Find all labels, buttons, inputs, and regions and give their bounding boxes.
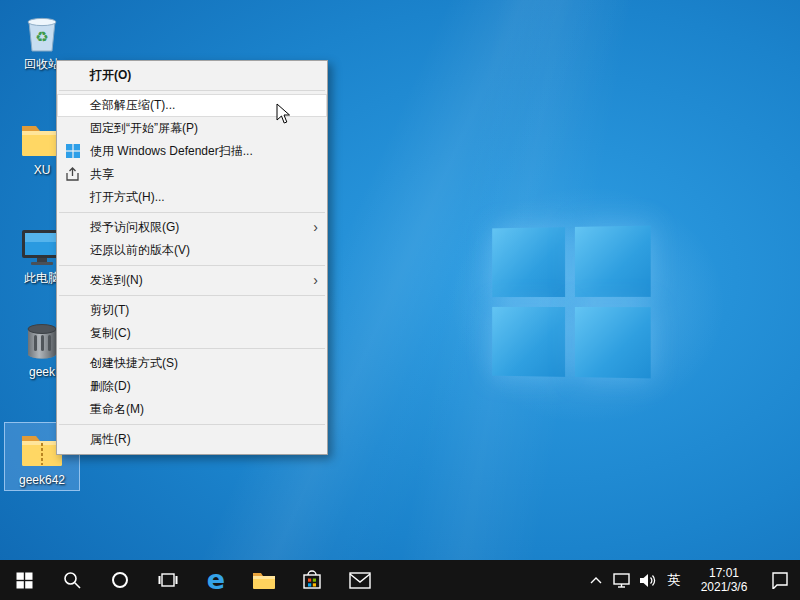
task-view-button[interactable] [144,560,192,600]
file-explorer-button[interactable] [240,560,288,600]
windows-logo-pane [492,227,565,297]
menu-item-label: 剪切(T) [90,303,129,317]
search-button[interactable] [48,560,96,600]
menu-item-label: 创建快捷方式(S) [90,356,178,370]
arrow-cursor-icon [276,103,292,125]
menu-item-give-access[interactable]: 授予访问权限(G) › [57,216,327,239]
menu-item-label: 删除(D) [90,379,131,393]
clock-date: 2021/3/6 [701,580,748,594]
menu-item-create-shortcut[interactable]: 创建快捷方式(S) [57,352,327,375]
menu-item-label: 固定到“开始”屏幕(P) [90,121,198,135]
network-icon [613,573,630,588]
submenu-arrow-icon: › [313,269,318,292]
mouse-cursor [276,103,292,129]
menu-separator [59,212,325,213]
store-button[interactable] [288,560,336,600]
task-view-icon [158,572,178,588]
menu-item-copy[interactable]: 复制(C) [57,322,327,345]
menu-item-open-with[interactable]: 打开方式(H)... [57,186,327,209]
network-tray-button[interactable] [608,560,634,600]
ime-language-indicator[interactable]: 英 [660,560,688,600]
clock[interactable]: 17:01 2021/3/6 [688,560,760,600]
cortana-button[interactable] [96,560,144,600]
share-icon [65,166,81,182]
search-icon [62,570,82,590]
menu-separator [59,90,325,91]
defender-icon [65,143,81,159]
show-hidden-icons-button[interactable] [584,560,608,600]
volume-tray-button[interactable] [634,560,660,600]
windows-logo-pane [492,307,565,377]
edge-icon: e [207,560,225,600]
recycle-bin-icon: ♻ [18,9,66,55]
start-button[interactable] [0,560,48,600]
action-center-button[interactable] [760,560,800,600]
windows-logo [492,226,651,379]
windows-logo-pane [575,226,651,297]
menu-item-defender-scan[interactable]: 使用 Windows Defender扫描... [57,140,327,163]
clock-time: 17:01 [701,566,748,580]
menu-item-label: 全部解压缩(T)... [90,98,175,112]
desktop-icon-label: geek642 [6,473,78,487]
menu-separator [59,295,325,296]
action-center-icon [771,572,789,589]
menu-item-label: 发送到(N) [90,273,143,287]
menu-item-properties[interactable]: 属性(R) [57,428,327,451]
mail-button[interactable] [336,560,384,600]
menu-separator [59,424,325,425]
cortana-icon [111,571,129,589]
chevron-up-icon [590,576,602,584]
edge-button[interactable]: e [192,560,240,600]
menu-separator [59,348,325,349]
mail-icon [349,572,371,589]
menu-item-label: 打开(O) [90,68,131,82]
menu-item-label: 属性(R) [90,432,131,446]
windows-start-icon [16,572,33,589]
menu-item-label: 授予访问权限(G) [90,220,179,234]
menu-item-send-to[interactable]: 发送到(N) › [57,269,327,292]
windows-logo-pane [575,307,651,378]
menu-item-restore-previous[interactable]: 还原以前的版本(V) [57,239,327,262]
file-explorer-icon [252,570,276,590]
submenu-arrow-icon: › [313,216,318,239]
svg-text:♻: ♻ [35,28,48,45]
menu-item-label: 重命名(M) [90,402,144,416]
menu-item-open[interactable]: 打开(O) [57,64,327,87]
speaker-icon [639,573,656,588]
menu-separator [59,265,325,266]
store-icon [301,569,323,591]
menu-item-rename[interactable]: 重命名(M) [57,398,327,421]
ime-label: 英 [668,571,681,589]
menu-item-share[interactable]: 共享 [57,163,327,186]
menu-item-label: 还原以前的版本(V) [90,243,190,257]
menu-item-delete[interactable]: 删除(D) [57,375,327,398]
menu-item-label: 使用 Windows Defender扫描... [90,144,253,158]
menu-item-label: 共享 [90,167,114,181]
menu-item-cut[interactable]: 剪切(T) [57,299,327,322]
taskbar: e [0,560,800,600]
menu-item-label: 打开方式(H)... [90,190,165,204]
menu-item-label: 复制(C) [90,326,131,340]
